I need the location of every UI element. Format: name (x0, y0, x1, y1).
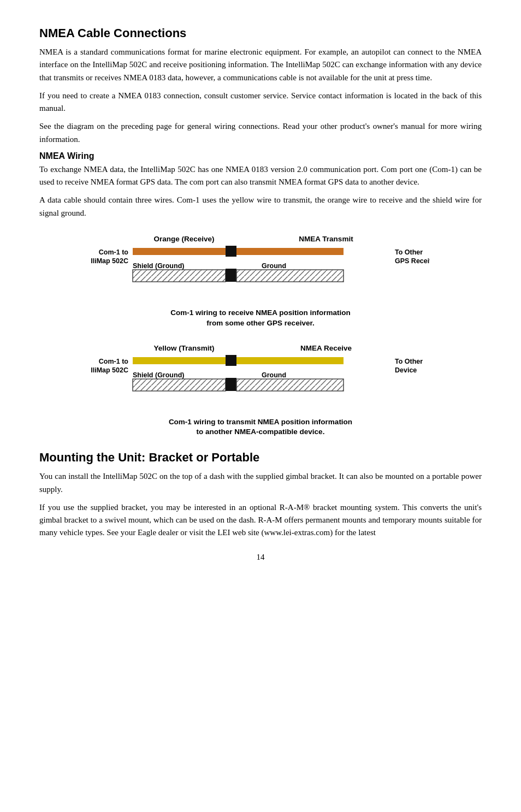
d2-left-label2: IntelliMap 502C (91, 366, 128, 374)
d2-yellow-label: Yellow (Transmit) (153, 344, 214, 352)
d2-yellow-wire-right (236, 357, 344, 364)
d2-right-label1: To Other (395, 358, 423, 365)
d2-shield-right (236, 379, 344, 391)
d2-right-label2: Device (395, 366, 417, 374)
d1-orange-wire-right (236, 248, 344, 255)
section2-title: Mounting the Unit: Bracket or Portable (39, 451, 482, 465)
d1-connector1 (226, 246, 236, 257)
section1-para1: NMEA is a standard communications format… (39, 46, 482, 84)
d2-nmea-label: NMEA Receive (300, 344, 352, 352)
d1-right-label1: To Other (395, 248, 423, 256)
d2-shield-label: Shield (Ground) (133, 371, 184, 379)
d1-orange-wire-left (133, 248, 226, 255)
d1-right-label2: GPS Receiver (395, 257, 430, 265)
diagram1: Orange (Receive) NMEA Transmit Com-1 to … (39, 233, 482, 329)
section2-para1: You can install the IntelliMap 502C on t… (39, 470, 482, 496)
d1-left-label2: IntelliMap 502C (91, 257, 128, 265)
section2-para2: If you use the supplied bracket, you may… (39, 501, 482, 540)
d2-ground-label: Ground (262, 371, 286, 379)
d1-ground-label: Ground (262, 262, 286, 270)
d1-shield-right (236, 270, 344, 282)
d1-orange-label: Orange (Receive) (153, 235, 214, 243)
d2-connector1 (226, 355, 236, 366)
section1-subpara2: A data cable should contain three wires.… (39, 194, 482, 220)
diagram2-caption: Com-1 wiring to transmit NMEA position i… (39, 417, 482, 438)
d2-shield-left (133, 379, 226, 391)
d1-left-label1: Com-1 to (99, 248, 129, 256)
section1-title: NMEA Cable Connections (39, 26, 482, 40)
diagram1-caption: Com-1 wiring to receive NMEA position in… (39, 308, 482, 329)
d1-shield-left (133, 270, 226, 282)
d1-shield-label: Shield (Ground) (133, 262, 184, 270)
section1-para3: See the diagram on the preceding page fo… (39, 120, 482, 146)
nmea-wiring-heading: NMEA Wiring (39, 151, 482, 161)
page-number: 14 (39, 553, 482, 562)
d1-connector2 (226, 269, 236, 282)
d2-connector2 (226, 378, 236, 391)
diagram1-svg: Orange (Receive) NMEA Transmit Com-1 to … (39, 233, 482, 304)
diagram2: Yellow (Transmit) NMEA Receive Com-1 to … (39, 342, 482, 438)
d2-left-label1: Com-1 to (99, 358, 129, 365)
d1-nmea-label: NMEA Transmit (299, 235, 353, 243)
diagram2-svg: Yellow (Transmit) NMEA Receive Com-1 to … (39, 342, 482, 413)
section1-para2: If you need to create a NMEA 0183 connec… (39, 90, 482, 115)
section1-subpara1: To exchange NMEA data, the IntelliMap 50… (39, 163, 482, 189)
d2-yellow-wire-left (133, 357, 226, 364)
